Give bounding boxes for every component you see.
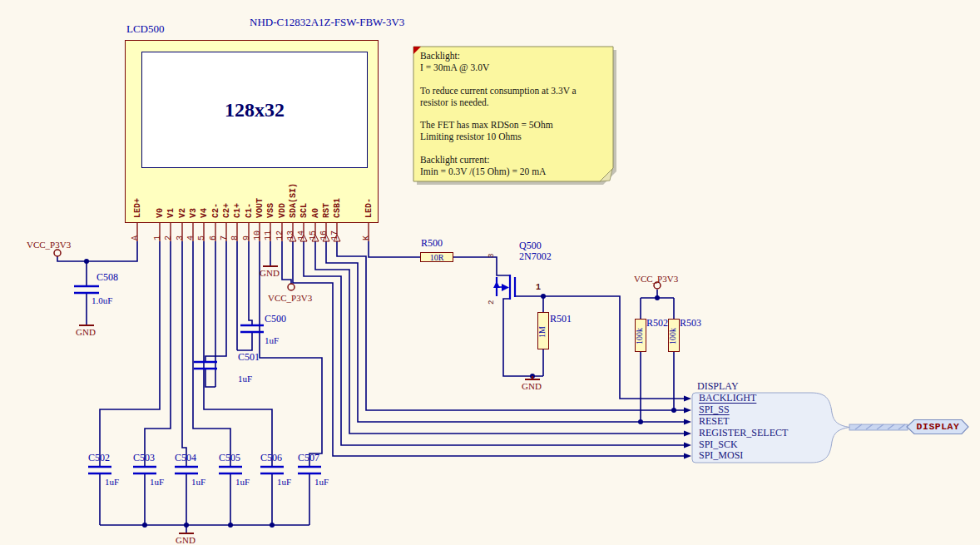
harness-signal-RESET[interactable]: RESET [699, 416, 730, 427]
lcd-pin-name-C2+: C2+ [222, 203, 231, 218]
gnd-label-4: GND [522, 381, 542, 391]
resistor-label-R501: R501 [550, 314, 572, 325]
lcd-pin-number-7: 7 [220, 235, 229, 240]
transistor-part: 2N7002 [519, 251, 552, 262]
capacitor-label-C507: C507 [298, 453, 319, 463]
transistor-pin-source: 2 [488, 300, 496, 305]
note-text[interactable]: Backlight: I = 30mA @ 3.0V To reduce cur… [420, 51, 610, 178]
lcd-pin-name-V2: V2 [178, 208, 187, 218]
lcd-pin-number-1: 1 [153, 235, 162, 240]
vcc-p3v3-label-1: VCC_P3V3 [27, 240, 71, 250]
lcd-pin-number-9: 9 [242, 235, 251, 240]
lcd-pin-number-16: 16 [319, 230, 329, 240]
lcd-pin-number-15: 15 [309, 230, 318, 240]
capacitor-value-C508: 1.0uF [92, 295, 112, 305]
lcd-pin-number-13: 13 [286, 230, 295, 240]
lcd-pin-name-RST: RST [322, 203, 331, 218]
lcd-pin-name-V3: V3 [189, 208, 198, 218]
lcd-designator: LCD500 [126, 23, 165, 34]
junction-dots [84, 259, 676, 528]
sheet-bottom-margin [0, 545, 980, 555]
lcd-part-number: NHD-C12832A1Z-FSW-FBW-3V3 [250, 17, 404, 27]
capacitor-label-C500: C500 [265, 314, 286, 325]
capacitor-label-C506: C506 [260, 453, 282, 463]
capacitor-value-C505: 1uF [235, 477, 250, 487]
lcd-pin-number-5: 5 [197, 235, 206, 240]
capacitor-C503[interactable] [133, 467, 156, 473]
capacitor-C508[interactable] [74, 286, 99, 293]
lcd-pin-name-VDD: VDD [278, 203, 287, 218]
gnd-label-1: GND [76, 327, 96, 337]
lcd-pin-number-11: 11 [264, 230, 273, 240]
capacitor-label-C504: C504 [175, 453, 196, 463]
lcd-pin-name-V0: V0 [156, 208, 165, 218]
harness-signal-BACKLIGHT[interactable]: BACKLIGHT [699, 393, 756, 404]
capacitor-label-C508: C508 [97, 272, 118, 283]
resistor-label-R500: R500 [421, 238, 443, 249]
lcd-pin-name-VSS: VSS [266, 203, 275, 218]
capacitor-C507[interactable] [298, 467, 321, 473]
lcd-pin-name-C1-: C1- [245, 203, 254, 218]
vcc-p3v3-label-3: VCC_P3V3 [634, 274, 678, 284]
lcd-pin-number-K: K [362, 235, 371, 240]
lcd-display-area: 128x32 [141, 52, 368, 168]
lcd-pin-name-A0: A0 [311, 208, 320, 218]
lcd-pin-name-C1+: C1+ [233, 203, 242, 218]
capacitor-C505[interactable] [219, 467, 242, 473]
lcd-pin-name-LED-: LED- [364, 198, 374, 218]
capacitor-C506[interactable] [260, 467, 284, 473]
lcd-pin-number-14: 14 [297, 230, 306, 240]
capacitor-value-C500: 1uF [265, 335, 279, 345]
harness-signal-SPI_MOSI[interactable]: SPI_MOSI [699, 450, 743, 461]
capacitor-value-C501: 1uF [238, 374, 252, 384]
capacitor-value-C507: 1uF [314, 477, 329, 487]
capacitor-C501[interactable] [194, 362, 217, 369]
transistor-pin-gate: 1 [536, 283, 541, 292]
harness-signal-SPI_SS[interactable]: SPI_SS [699, 404, 730, 415]
capacitor-label-C502: C502 [88, 453, 110, 463]
lcd-pin-number-17: 17 [330, 230, 339, 240]
lcd-pin-name-SDA(SI): SDA(SI) [289, 183, 298, 218]
lcd-pin-number-4: 4 [186, 235, 196, 240]
resistor-label-R503: R503 [680, 318, 701, 329]
lcd-pin-number-2: 2 [164, 235, 173, 240]
lcd-pin-name-CSB1: CSB1 [333, 198, 342, 218]
lcd-pin-name-LED+: LED+ [133, 198, 142, 218]
capacitor-value-C503: 1uF [150, 477, 164, 487]
lcd-pin-number-8: 8 [230, 235, 240, 240]
capacitor-value-C502: 1uF [105, 477, 119, 487]
harness-signal-REGISTER_SELECT[interactable]: REGISTER_SELECT [699, 428, 788, 439]
harness-title: DISPLAY [697, 380, 739, 393]
schematic-sheet: 128x32 LCD500 NHD-C12832A1Z-FSW-FBW-3V3 … [0, 0, 980, 555]
gnd-label-2: GND [260, 268, 280, 278]
resistor-value-R503: 100k [668, 320, 678, 353]
mosfet-symbol[interactable] [493, 275, 515, 300]
lcd-pin-number-3: 3 [176, 235, 185, 240]
lcd-pin-number-6: 6 [209, 235, 218, 240]
lcd-pin-name-VOUT: VOUT [255, 198, 265, 218]
lcd-pin-name-V4: V4 [200, 208, 209, 218]
resistor-value-R502: 100k [635, 320, 645, 353]
transistor-pin-drain: 3 [488, 254, 496, 258]
capacitor-C504[interactable] [175, 467, 198, 473]
capacitor-C502[interactable] [88, 467, 111, 473]
lcd-pin-name-V1: V1 [166, 208, 176, 218]
capacitor-value-C504: 1uF [191, 477, 205, 487]
lcd-pin-number-10: 10 [253, 230, 262, 240]
resistor-value-R501: 1M [537, 315, 547, 349]
resistor-value-R500: 10R [420, 253, 453, 263]
lcd-resolution-text: 128x32 [225, 99, 285, 121]
capacitor-value-C506: 1uF [277, 477, 291, 487]
lcd-pin-name-SCL: SCL [299, 203, 309, 218]
resistor-label-R502: R502 [646, 318, 668, 329]
lcd-pin-name-C2-: C2- [211, 203, 220, 218]
capacitor-label-C501: C501 [238, 352, 260, 363]
display-port-label[interactable]: DISPLAY [913, 421, 963, 432]
capacitor-label-C505: C505 [219, 453, 240, 463]
lcd-pin-number-A: A [131, 235, 140, 240]
gnd-label-3: GND [176, 535, 196, 545]
lcd-pin-number-12: 12 [275, 230, 285, 240]
wires [57, 241, 684, 533]
capacitor-label-C503: C503 [133, 453, 155, 463]
harness-entry-arrows [684, 396, 691, 459]
